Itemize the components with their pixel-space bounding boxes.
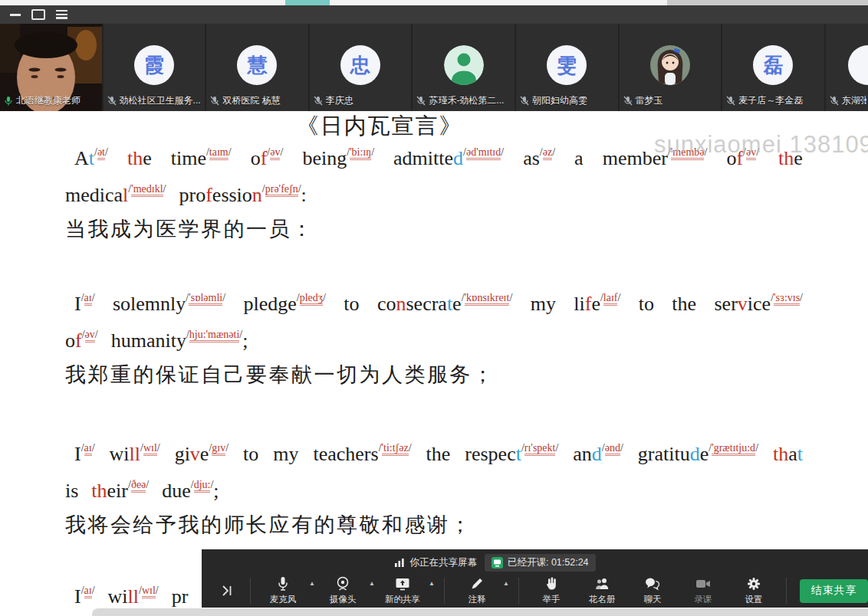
camera-icon: [336, 576, 350, 591]
phonetic-annotation: /wɪl/: [140, 442, 160, 456]
participant-tile-video[interactable]: 北语继教康老师: [0, 24, 104, 111]
participant-tile[interactable]: 霞 劲松社区卫生服务...: [104, 24, 207, 111]
doc-word: and/ənd/: [573, 442, 623, 466]
doc-line-chinese: 我郑重的保证自己要奉献一切为人类服务；: [65, 361, 495, 388]
doc-word: medical/'medɪkl/: [65, 184, 166, 206]
toolbar-divider: [518, 578, 519, 604]
phonetic-annotation: /laɪf/: [600, 292, 620, 306]
doc-line-english: I/aɪ/will/wɪl/give/gɪv/tomyteachers/'ti:…: [74, 442, 803, 466]
doc-line-chinese: 我将会给予我的师长应有的尊敬和感谢；: [65, 511, 472, 539]
doc-word: consecrate/'kɒnsɪkreɪt/: [377, 292, 512, 316]
phonetic-annotation: /'medɪkl/: [128, 183, 166, 197]
doc-word: my: [273, 443, 298, 466]
doc-word: their/ðeə/: [91, 480, 149, 502]
annotate-button[interactable]: 注释 ▲: [455, 576, 499, 605]
doc-word: pr: [172, 585, 189, 608]
doc-word: teachers/'ti:tʃəz/: [313, 442, 411, 466]
chevron-up-icon[interactable]: ▲: [503, 580, 509, 587]
participant-tile[interactable]: 雯 朝阳妇幼高雯: [516, 24, 620, 111]
doc-word: profession/prə'feʃn/:: [179, 184, 307, 206]
minimize-icon[interactable]: [6, 5, 25, 24]
toolbar-divider: [250, 578, 251, 604]
signal-bars-icon: [394, 558, 405, 567]
doc-word: a: [574, 147, 584, 170]
participant-tile[interactable]: 苏瑾禾-劲松第二...: [413, 24, 516, 111]
record-button[interactable]: 录课: [681, 576, 725, 605]
phonetic-annotation: /taɪm/: [206, 146, 232, 160]
camera-button[interactable]: 摄像头 ▲: [321, 576, 365, 605]
doc-word: is: [65, 480, 78, 502]
phonetic-annotation: /pledʒ/: [297, 292, 326, 306]
phonetic-annotation: /aɪ/: [81, 292, 95, 306]
menu-icon[interactable]: [52, 5, 71, 24]
doc-word: to: [344, 293, 359, 316]
chevron-up-icon[interactable]: ▲: [309, 580, 315, 587]
phonetic-annotation: /'ti:tʃəz/: [379, 442, 412, 456]
raise-hand-button[interactable]: 举手: [529, 576, 574, 605]
avatar: 雯: [547, 45, 587, 85]
participant-tile[interactable]: 忠 李庆忠: [310, 24, 413, 111]
mic-muted-icon: [107, 96, 117, 106]
background-accent: [667, 0, 868, 5]
settings-button[interactable]: 设置: [732, 576, 776, 605]
doc-word: the: [426, 443, 451, 466]
microphone-button[interactable]: 麦克风 ▲: [261, 576, 305, 605]
phonetic-annotation: /rɪ'spekt/: [521, 442, 558, 456]
doc-word: time/taɪm/: [171, 146, 232, 170]
roster-button[interactable]: 花名册: [580, 576, 624, 605]
doc-line-chinese: 当我成为医学界的一员：: [65, 215, 314, 243]
roster-icon: [594, 576, 610, 591]
chat-icon: [645, 576, 660, 591]
doc-word: to: [639, 293, 654, 316]
mic-muted-icon: [520, 96, 529, 106]
doc-line-english: istheir/ðeə/due/dju:/;: [65, 479, 232, 503]
phonetic-annotation: /'kɒnsɪkreɪt/: [462, 292, 513, 306]
participant-tile[interactable]: 东湖张: [826, 24, 868, 111]
avatar-person-icon: [444, 45, 484, 85]
participant-name: 李庆忠: [326, 94, 353, 107]
record-icon: [695, 576, 711, 591]
phonetic-annotation: /ət/: [94, 146, 108, 160]
participant-name: 朝阳妇幼高雯: [532, 94, 587, 107]
chevron-up-icon[interactable]: ▲: [429, 580, 435, 587]
phonetic-annotation: /hju:'mænəti/: [186, 329, 242, 342]
toolbar-divider: [786, 578, 787, 604]
maximize-icon[interactable]: [29, 5, 48, 24]
participant-tile[interactable]: 磊 麦子店～李金磊: [722, 24, 826, 111]
phonetic-annotation: /aɪ/: [81, 585, 95, 598]
doc-word: pledge/pledʒ/: [244, 292, 326, 316]
phonetic-annotation: /əd'mɪtɪd/: [463, 146, 504, 160]
doc-line-english: medical/'medɪkl/profession/prə'feʃn/:: [65, 183, 320, 207]
doc-word: that: [773, 443, 803, 466]
doc-word: due/dju:/;: [162, 480, 219, 502]
doc-word: gratitude/'grætɪtju:d/: [638, 442, 758, 466]
window-titlebar: [0, 5, 868, 24]
participant-tile[interactable]: 雷梦玉: [620, 24, 723, 111]
sharing-status-row: 你正在共享屏幕 已经开课: 01:52:24: [162, 549, 828, 572]
participant-name: 东湖张: [842, 94, 866, 107]
class-timer-text: 已经开课: 01:52:24: [508, 556, 589, 569]
participant-name: 北语继教康老师: [16, 94, 81, 107]
mic-muted-icon: [314, 96, 323, 106]
end-share-button[interactable]: 结束共享: [800, 579, 868, 603]
chevron-up-icon[interactable]: ▲: [369, 580, 375, 587]
doc-word: I/aɪ/: [74, 585, 95, 608]
collapse-toolbar-icon[interactable]: [211, 585, 243, 597]
watermark: sunxiaomei 13810992: [654, 131, 868, 159]
doc-word: give/gɪv/: [175, 442, 229, 466]
phonetic-annotation: /prə'feʃn/: [262, 183, 301, 197]
participant-name: 劲松社区卫生服务...: [120, 94, 201, 107]
new-share-button[interactable]: 新的共享 ▲: [380, 576, 425, 605]
chat-button[interactable]: 聊天: [630, 576, 675, 605]
mic-muted-icon: [416, 96, 426, 106]
mic-muted-icon: [623, 96, 633, 106]
avatar: 磊: [753, 45, 793, 85]
participant-strip: 北语继教康老师 霞 劲松社区卫生服务... 慧 双桥医院 杨慧 忠: [0, 24, 868, 111]
participant-tile[interactable]: 慧 双桥医院 杨慧: [206, 24, 310, 111]
background-accent: [285, 0, 330, 5]
doc-word: my: [531, 293, 556, 316]
doc-word: will/wɪl/: [110, 442, 160, 466]
background-window-edge: [0, 0, 868, 5]
taskbar-edge: [92, 608, 868, 616]
settings-icon: [747, 576, 761, 591]
